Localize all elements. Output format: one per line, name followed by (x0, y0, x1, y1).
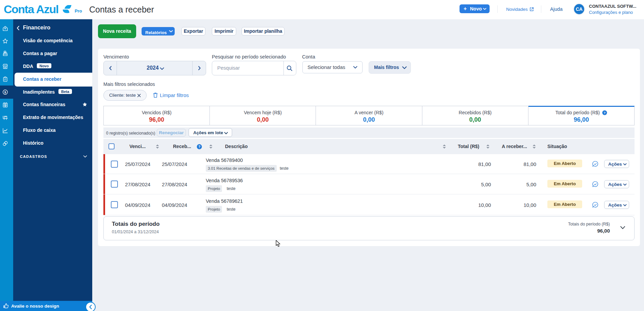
svg-text:?: ? (198, 145, 200, 149)
svg-text:?: ? (604, 111, 606, 115)
svg-text:$: $ (4, 90, 6, 94)
svg-text:$: $ (5, 104, 6, 107)
